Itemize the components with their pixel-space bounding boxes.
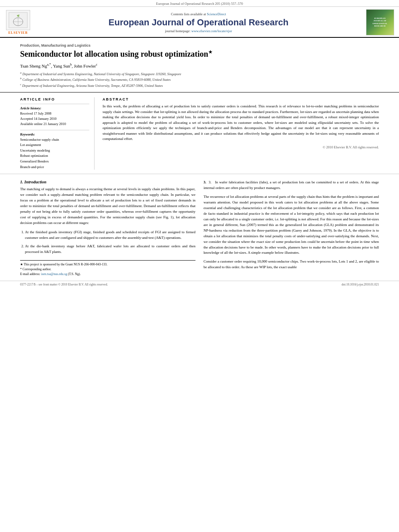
consider-para: Consider a customer order requiring 10,0… (204, 259, 379, 270)
email-label: E-mail address: (20, 272, 40, 276)
email-suffix: (T.S. Ng). (68, 272, 81, 276)
affiliation-b: b College of Business Administration, Ca… (20, 76, 379, 82)
article-info-title: ARTICLE INFO (20, 97, 89, 101)
ejor-logo-image: EUROPEANJOURNAL OFOPERATIONALRESEARCH (366, 9, 394, 35)
journal-title-main: European Journal of Operational Research (36, 17, 361, 28)
affiliation-a: a Department of Industrial and Systems E… (20, 71, 379, 77)
author3-name: , John Fowler (72, 64, 96, 68)
journal-center: Contents lists available at ScienceDirec… (32, 12, 365, 33)
article-info-column: ARTICLE INFO Article history: Received 1… (20, 97, 95, 170)
recurrence-para: The recurrence of lot allocation problem… (204, 194, 379, 256)
elsevier-logo-image: 🌿 (6, 10, 30, 30)
author1-sup: a,* (47, 63, 51, 66)
copyright-line: © 2010 Elsevier B.V. All rights reserved… (103, 145, 379, 149)
keywords-label: Keywords: (20, 132, 89, 136)
elsevier-text: ELSEVIER (8, 31, 28, 35)
keyword-5: Generalized Benders (20, 159, 89, 164)
journal-homepage: journal homepage: www.elsevier.com/locat… (36, 29, 361, 33)
article-info-abstract-section: ARTICLE INFO Article history: Received 1… (0, 92, 399, 174)
keyword-1: Semiconductor supply chain (20, 137, 89, 143)
footnote-area: ★ This project is sponsored by the Grant… (20, 260, 195, 277)
section1-heading: 1. Introduction (20, 180, 195, 184)
footnote-corresponding: * Corresponding author. (20, 267, 195, 272)
journal-ref-text: European Journal of Operational Research… (156, 2, 243, 6)
intro-para1: The matching of supply to demand is alwa… (20, 187, 195, 226)
accepted-date: Accepted 14 January 2010 (20, 116, 89, 121)
article-title-text: Semiconductor lot allocation using robus… (20, 49, 208, 58)
affiliations: a Department of Industrial and Systems E… (20, 71, 379, 88)
svg-text:🌿: 🌿 (17, 14, 20, 17)
keyword-2: Lot assignment (20, 142, 89, 148)
issn-text: 0377-2217/$ – see front matter © 2010 El… (20, 283, 108, 286)
journal-header: 🌿 ELSEVIER Contents lists available at S… (0, 7, 399, 38)
abstract-text: In this work, the problem of allocating … (103, 104, 379, 142)
bottom-bar: 0377-2217/$ – see front matter © 2010 El… (0, 281, 399, 288)
history-label: Article history: (20, 106, 89, 110)
main-content: 1. Introduction The matching of supply t… (0, 174, 399, 277)
abstract-title: ABSTRACT (103, 97, 379, 101)
body-right-column: 3. 3. In wafer fabrication facilities (f… (204, 180, 379, 277)
title-star: ★ (208, 49, 212, 54)
keyword-6: Branch-and-price (20, 164, 89, 170)
authors-line: Tsan Sheng Nga,*, Yang Sunb, John Fowler… (20, 63, 379, 68)
keyword-4: Robust optimization (20, 153, 89, 159)
homepage-prefix: journal homepage: (165, 29, 191, 33)
item3-content: 3. In wafer fabrication facilities (fabs… (204, 180, 379, 190)
footnote-star: ★ This project is sponsored by the Grant… (20, 262, 195, 267)
journal-right-logo: EUROPEANJOURNAL OFOPERATIONALRESEARCH (365, 9, 395, 35)
numbered-list: At the finished goods inventory (FGI) st… (25, 229, 195, 255)
elsevier-logo: 🌿 ELSEVIER (4, 10, 32, 35)
doi-text: doi:10.1016/j.ejor.2010.01.021 (341, 283, 379, 286)
item3-text: 3. 3. In wafer fabrication facilities (f… (204, 180, 379, 191)
homepage-link[interactable]: www.elsevier.com/locate/ejor (191, 29, 232, 33)
list-item-2: At the die-bank inventory stage before A… (25, 243, 195, 255)
author3-sup: c (96, 63, 98, 66)
article-header: Production, Manufacturing and Logistics … (0, 38, 399, 92)
email-link[interactable]: isen.tsa@nus.edu.sg (41, 272, 67, 276)
sciencedirect-link[interactable]: ScienceDirect (207, 12, 226, 16)
list-item-1: At the finished goods inventory (FGI) st… (25, 229, 195, 241)
body-left-column: 1. Introduction The matching of supply t… (20, 180, 195, 277)
journal-ref-line: European Journal of Operational Research… (0, 0, 399, 7)
author1-name: Tsan Sheng Ng (20, 64, 47, 68)
keyword-3: Uncertainty modeling (20, 148, 89, 154)
item3-number: 3. (204, 180, 206, 184)
sciencedirect-line: Contents lists available at ScienceDirec… (36, 12, 361, 16)
sciencedirect-prefix: Contents lists available at (171, 12, 206, 16)
author2-name: , Yang Sun (51, 64, 70, 68)
affiliation-c: c Department of Industrial Engineering, … (20, 82, 379, 88)
article-section-label: Production, Manufacturing and Logistics (20, 43, 379, 47)
keywords-list: Semiconductor supply chain Lot assignmen… (20, 137, 89, 170)
footnote-email: E-mail address: isen.tsa@nus.edu.sg (T.S… (20, 272, 195, 277)
received-date: Received 17 July 2008 (20, 111, 89, 116)
abstract-column: ABSTRACT In this work, the problem of al… (103, 97, 379, 170)
online-date: Available online 21 January 2010 (20, 121, 89, 127)
article-title: Semiconductor lot allocation using robus… (20, 49, 379, 59)
